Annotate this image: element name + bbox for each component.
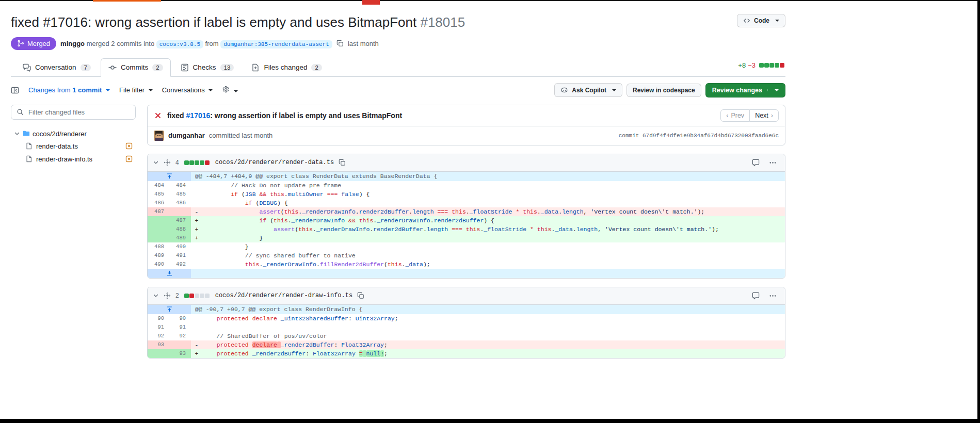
- line-marker: [191, 332, 202, 340]
- chevron-left-icon: ‹: [726, 112, 728, 119]
- merge-action-text: merged 2 commits into: [87, 40, 155, 47]
- file-tree-item[interactable]: render-draw-info.ts: [11, 153, 136, 166]
- drag-handle-icon[interactable]: [164, 159, 171, 166]
- new-line-number[interactable]: 491: [169, 251, 191, 260]
- issue-link[interactable]: #17016: [186, 111, 211, 120]
- tab-commits[interactable]: Commits2: [101, 58, 171, 77]
- copy-path-icon[interactable]: [357, 292, 364, 299]
- merge-author[interactable]: minggo: [60, 40, 85, 47]
- code-line: protected declare _render2dBuffer: Float…: [202, 340, 785, 349]
- old-line-number[interactable]: 487: [148, 207, 169, 216]
- base-branch-label[interactable]: cocos:v3.8.5: [156, 40, 203, 48]
- head-branch-label[interactable]: dumganhar:385-renderdata-assert: [220, 40, 332, 48]
- new-line-number[interactable]: 484: [169, 181, 191, 190]
- old-line-number[interactable]: 485: [148, 190, 169, 199]
- tab-files-changed[interactable]: Files changed2: [244, 58, 329, 77]
- kebab-menu-icon[interactable]: [769, 292, 777, 300]
- tab-list: Conversation7Commits2Checks13Files chang…: [11, 58, 330, 76]
- copy-path-icon[interactable]: [339, 159, 346, 166]
- file-filter-dropdown[interactable]: File filter: [119, 86, 153, 94]
- new-line-number[interactable]: 488: [169, 225, 191, 234]
- collapse-file-icon[interactable]: [153, 292, 159, 299]
- new-line-number[interactable]: [169, 340, 191, 349]
- prev-commit-button[interactable]: ‹ Prev: [720, 109, 750, 122]
- file-tree-folder[interactable]: cocos/2d/renderer: [11, 128, 136, 140]
- kebab-menu-icon[interactable]: [769, 159, 777, 167]
- x-status-icon[interactable]: [154, 111, 162, 120]
- avatar[interactable]: [154, 131, 164, 141]
- collapse-file-icon[interactable]: [153, 159, 159, 166]
- drag-handle-icon[interactable]: [164, 292, 171, 299]
- line-marker: [191, 251, 202, 260]
- old-line-number[interactable]: 92: [148, 332, 169, 340]
- comment-icon[interactable]: [752, 292, 760, 300]
- hunk-header: @@ -90,7 +90,7 @@ export class RenderDra…: [191, 305, 785, 314]
- changes-from-count: 1 commit: [72, 86, 102, 94]
- expand-up-button[interactable]: [148, 305, 191, 314]
- commit-author[interactable]: dumganhar: [168, 132, 205, 139]
- diff-line: 9292 // SharedBuffer of pos/uv/color: [148, 332, 785, 340]
- new-line-number[interactable]: 93: [169, 349, 191, 358]
- new-line-number[interactable]: 486: [169, 199, 191, 207]
- new-line-number[interactable]: 91: [169, 323, 191, 332]
- changes-from-dropdown[interactable]: Changes from 1 commit: [28, 86, 110, 94]
- commit-card: fixed #17016: wrong assertion if label i…: [147, 105, 785, 145]
- diff-settings-dropdown[interactable]: [222, 86, 238, 95]
- tab-checks[interactable]: Checks13: [173, 58, 242, 77]
- old-line-number[interactable]: 490: [148, 260, 169, 269]
- new-line-number[interactable]: 92: [169, 332, 191, 340]
- new-line-number[interactable]: 485: [169, 190, 191, 199]
- expand-up-button[interactable]: [148, 172, 191, 181]
- diff-table: @@ -484,7 +484,9 @@ export class RenderD…: [148, 172, 785, 278]
- diff-line: 487+ if (this._renderDrawInfo && this._r…: [148, 216, 785, 225]
- new-line-number[interactable]: 492: [169, 260, 191, 269]
- old-line-number[interactable]: 488: [148, 242, 169, 251]
- old-line-number[interactable]: 489: [148, 251, 169, 260]
- new-line-number[interactable]: 90: [169, 314, 191, 323]
- diffstat-blocks: [184, 160, 210, 165]
- old-line-number[interactable]: 90: [148, 314, 169, 323]
- old-line-number[interactable]: [148, 225, 169, 234]
- diff-modified-icon: [125, 142, 133, 150]
- caret-down-icon: [775, 20, 779, 22]
- old-line-number[interactable]: 484: [148, 181, 169, 190]
- review-changes-label: Review changes: [712, 87, 762, 94]
- comment-icon[interactable]: [752, 159, 760, 167]
- next-commit-button[interactable]: Next ›: [749, 109, 779, 122]
- conversations-dropdown[interactable]: Conversations: [162, 86, 213, 94]
- file-tree-files: render-data.tsrender-draw-info.ts: [11, 140, 136, 166]
- chevron-down-icon: [14, 131, 20, 137]
- old-line-number[interactable]: [148, 216, 169, 225]
- review-in-codespace-button[interactable]: Review in codespace: [626, 84, 701, 97]
- old-line-number[interactable]: [148, 349, 169, 358]
- new-line-number[interactable]: 487: [169, 216, 191, 225]
- review-changes-caret[interactable]: [767, 89, 779, 91]
- review-changes-button[interactable]: Review changes: [705, 83, 785, 97]
- caret-down-icon: [106, 89, 110, 91]
- diff-line: 485485 if (JSB && this.multiOwner === fa…: [148, 190, 785, 199]
- new-line-number[interactable]: [169, 207, 191, 216]
- diff-file-card: 4cocos/2d/renderer/render-data.ts@@ -484…: [147, 154, 785, 279]
- copy-branch-icon[interactable]: [336, 40, 344, 47]
- old-line-number[interactable]: 486: [148, 199, 169, 207]
- diffstat-block: [200, 160, 204, 165]
- code-button[interactable]: Code: [737, 14, 785, 27]
- old-line-number[interactable]: 91: [148, 323, 169, 332]
- new-line-number[interactable]: 490: [169, 242, 191, 251]
- caret-down-icon: [775, 89, 779, 91]
- file-tree-toggle-icon[interactable]: [11, 86, 19, 94]
- ask-copilot-button[interactable]: Ask Copilot: [554, 83, 622, 97]
- old-line-number[interactable]: 93: [148, 340, 169, 349]
- tab-conversation[interactable]: Conversation7: [15, 58, 99, 77]
- diff-line: 93- protected declare _render2dBuffer: F…: [148, 340, 785, 349]
- next-label: Next: [755, 112, 768, 119]
- commit-header: fixed #17016: wrong assertion if label i…: [148, 105, 785, 126]
- filter-changed-files-input[interactable]: [27, 108, 130, 117]
- copilot-icon: [560, 86, 568, 94]
- old-line-number[interactable]: [148, 234, 169, 242]
- file-tree-item[interactable]: render-data.ts: [11, 140, 136, 153]
- diffstat-block: [780, 63, 784, 68]
- line-marker: [191, 199, 202, 207]
- new-line-number[interactable]: 489: [169, 234, 191, 242]
- expand-down-button[interactable]: [148, 269, 191, 278]
